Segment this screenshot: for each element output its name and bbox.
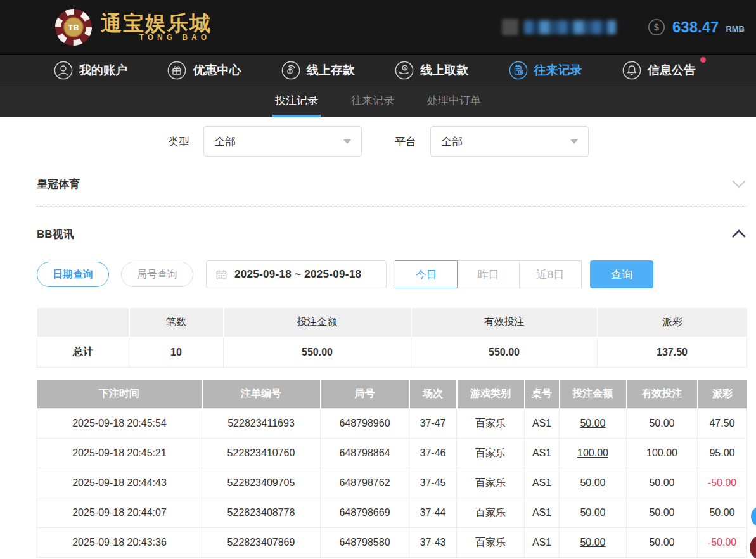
section-bb-video[interactable]: BB视讯: [37, 224, 746, 243]
chevron-up-icon[interactable]: [731, 229, 746, 238]
game-type: 百家乐: [457, 528, 525, 558]
summary-header-bet-amount: 投注金额: [224, 308, 411, 337]
col-bet-time: 下注时间: [37, 380, 202, 409]
avatar[interactable]: [502, 19, 518, 35]
game-type: 百家乐: [457, 498, 525, 528]
valid-bet: 100.00: [627, 439, 698, 468]
username-blurred: [524, 20, 616, 34]
bet-table-header-row: 下注时间 注单编号 局号 场次 游戏类别 桌号 投注金额 有效投注 派彩: [37, 380, 747, 409]
date-range-value: 2025-09-18 ~ 2025-09-18: [234, 268, 361, 281]
bet-time: 2025-09-18 20:44:07: [37, 498, 202, 528]
nav-item-promotions[interactable]: 优惠中心: [167, 61, 241, 80]
round-query-button[interactable]: 局号查询: [121, 262, 193, 287]
summary-bet-amount: 550.00: [224, 337, 411, 367]
tab-transaction-records[interactable]: 往来记录: [349, 86, 397, 117]
table-no: AS1: [525, 468, 560, 498]
table-row: 2025-09-18 20:45:21 522823410760 6487988…: [37, 439, 747, 468]
valid-bet: 50.00: [627, 498, 698, 528]
table-no: AS1: [525, 439, 560, 468]
platform-filter-label: 平台: [395, 134, 416, 149]
summary-total-label: 总计: [37, 337, 129, 367]
summary-table: 笔数 投注金额 有效投注 派彩 总计 10 550.00 550.00 137.…: [37, 308, 747, 368]
top-header: TB 通宝娱乐城 TONG BAO $ 638.47 RMB: [0, 0, 756, 54]
summary-header-payout: 派彩: [598, 308, 747, 337]
session: 37-44: [409, 498, 457, 528]
nav-item-withdraw[interactable]: $ 线上取款: [395, 61, 468, 80]
brand-logo[interactable]: TB 通宝娱乐城 TONG BAO: [54, 8, 212, 46]
payout-cell: 95.00: [698, 439, 747, 468]
nav-item-transaction-records[interactable]: 往来记录: [509, 61, 582, 80]
payout-cell: -50.00: [698, 528, 747, 558]
withdraw-icon: $: [395, 61, 414, 80]
tab-pending-orders[interactable]: 处理中订单: [425, 86, 484, 117]
tab-bet-records[interactable]: 投注记录: [272, 86, 321, 117]
summary-payout: 137.50: [598, 337, 747, 367]
bet-time: 2025-09-18 20:43:36: [37, 528, 202, 558]
col-game-type: 游戏类别: [457, 380, 525, 409]
col-payout: 派彩: [698, 380, 747, 409]
table-no: AS1: [525, 409, 560, 439]
summary-header-empty: [37, 308, 129, 337]
type-select-value: 全部: [214, 134, 236, 149]
round-id: 648798669: [321, 498, 409, 528]
chevron-down-icon: [570, 139, 578, 144]
today-button[interactable]: 今日: [395, 260, 458, 288]
bet-amount-link[interactable]: 50.00: [560, 468, 627, 498]
filter-row: 类型 全部 平台 全部: [37, 126, 746, 157]
bet-amount-link[interactable]: 100.00: [560, 439, 627, 468]
table-no: AS1: [525, 528, 560, 558]
table-row: 2025-09-18 20:43:36 522823407869 6487985…: [37, 528, 747, 558]
table-row: 2025-09-18 20:44:07 522823408778 6487986…: [37, 498, 747, 528]
table-row: 2025-09-18 20:44:43 522823409705 6487987…: [37, 468, 747, 498]
bet-amount-link[interactable]: 50.00: [560, 498, 627, 528]
summary-count: 10: [129, 337, 224, 367]
order-id: 522823407869: [202, 528, 321, 558]
chevron-down-icon: [343, 139, 351, 144]
bet-amount-link[interactable]: 50.00: [560, 409, 627, 439]
nav-item-deposit[interactable]: ¥ 线上存款: [281, 61, 355, 80]
search-button[interactable]: 查询: [590, 260, 653, 288]
type-filter-label: 类型: [168, 134, 189, 149]
col-bet-amount: 投注金额: [560, 380, 627, 409]
bell-icon: [622, 61, 641, 80]
records-icon: [509, 61, 528, 80]
col-table-no: 桌号: [525, 380, 560, 409]
bet-time: 2025-09-18 20:44:43: [37, 468, 202, 498]
brand-title: 通宝娱乐城: [101, 12, 212, 35]
type-select[interactable]: 全部: [203, 126, 362, 157]
section-title-bb-video: BB视讯: [37, 227, 74, 241]
date-range-input[interactable]: 2025-09-18 ~ 2025-09-18: [206, 260, 387, 288]
yesterday-button[interactable]: 昨日: [457, 260, 520, 288]
chevron-down-icon[interactable]: [731, 179, 746, 188]
balance-currency: RMB: [726, 24, 745, 34]
session: 37-43: [409, 528, 457, 558]
round-id: 648798580: [321, 528, 409, 558]
order-id: 522823411693: [202, 409, 321, 439]
user-area: $ 638.47 RMB: [502, 18, 745, 36]
date-query-button[interactable]: 日期查询: [37, 262, 109, 287]
order-id: 522823410760: [202, 439, 321, 468]
chip-monogram: TB: [68, 23, 79, 32]
bet-amount-link[interactable]: 50.00: [560, 528, 627, 558]
query-bar: 日期查询 局号查询 2025-09-18 ~ 2025-09-18 今日 昨日 …: [37, 260, 746, 289]
last-8-days-button[interactable]: 近8日: [519, 260, 582, 288]
payout-cell: 47.50: [698, 409, 747, 439]
platform-select[interactable]: 全部: [430, 126, 589, 157]
balance[interactable]: $ 638.47 RMB: [648, 18, 745, 36]
svg-text:$: $: [404, 65, 406, 70]
dollar-circle-icon: $: [648, 18, 665, 36]
order-id: 522823408778: [202, 498, 321, 528]
casino-chip-icon: TB: [54, 8, 93, 46]
nav-item-my-account[interactable]: 我的账户: [54, 61, 127, 80]
nav-item-announcements[interactable]: 信息公告: [622, 61, 696, 80]
section-divider: [37, 206, 746, 207]
summary-total-row: 总计 10 550.00 550.00 137.50: [37, 337, 747, 367]
record-tabs: 投注记录 往来记录 处理中订单: [0, 86, 756, 117]
game-type: 百家乐: [457, 409, 525, 439]
payout-cell: -50.00: [698, 468, 747, 498]
summary-header-count: 笔数: [129, 308, 224, 337]
order-id: 522823409705: [202, 468, 321, 498]
col-round-id: 局号: [321, 380, 409, 409]
section-crown-sports[interactable]: 皇冠体育: [37, 174, 746, 193]
session: 37-47: [409, 409, 457, 439]
